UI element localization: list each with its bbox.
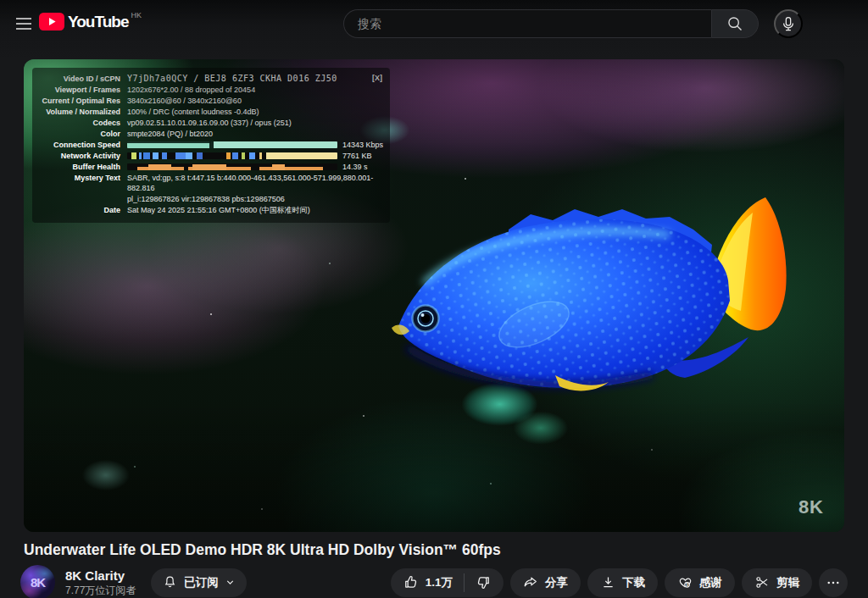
video-title: Underwater Life OLED Demo HDR 8K Ultra H… [24, 540, 844, 559]
share-icon [523, 574, 539, 590]
share-label: 分享 [545, 575, 568, 590]
voice-search-button[interactable] [774, 9, 803, 38]
like-dislike-group: 1.1万 [391, 568, 504, 597]
dislike-button[interactable] [465, 568, 504, 597]
clip-label: 剪辑 [776, 575, 799, 590]
8k-watermark: 8K [798, 496, 824, 518]
download-icon [600, 574, 616, 590]
clip-button[interactable]: 剪辑 [742, 568, 812, 597]
search-input[interactable] [358, 17, 711, 30]
chevron-down-icon [225, 577, 236, 588]
thanks-label: 感谢 [699, 575, 722, 590]
menu-icon[interactable] [14, 14, 34, 34]
search-box[interactable] [343, 9, 711, 38]
youtube-logo-text: YouTube [68, 13, 128, 31]
more-actions-button[interactable] [819, 568, 848, 597]
microphone-icon [780, 15, 797, 32]
thumb-up-icon [403, 574, 420, 590]
thanks-button[interactable]: $ 感谢 [665, 568, 735, 597]
download-label: 下载 [622, 575, 645, 590]
subscribed-button[interactable]: 已订阅 [151, 568, 247, 597]
like-button[interactable]: 1.1万 [391, 568, 464, 597]
video-vignette [24, 59, 844, 532]
channel-info[interactable]: 8K Clarity 7.77万位订阅者 [65, 568, 136, 597]
download-button[interactable]: 下载 [587, 568, 658, 597]
search-group [343, 9, 759, 38]
share-button[interactable]: 分享 [510, 568, 581, 597]
youtube-logo[interactable]: YouTube HK [39, 13, 142, 31]
search-icon [726, 14, 744, 33]
youtube-region-label: HK [131, 11, 142, 19]
more-dots-icon [826, 575, 841, 590]
channel-subscribers: 7.77万位订阅者 [65, 584, 136, 597]
scissors-icon [754, 574, 771, 590]
thumb-down-icon [475, 574, 491, 590]
video-player[interactable]: [X] Video ID / sCPNY7jDh7a0QCY / BEJ8 6Z… [24, 59, 844, 532]
video-meta-row: 8K 8K Clarity 7.77万位订阅者 已订阅 1.1万 分享 下载 [20, 565, 848, 598]
like-count: 1.1万 [426, 575, 453, 590]
top-bar: YouTube HK [0, 0, 868, 47]
search-button[interactable] [711, 9, 759, 38]
channel-name: 8K Clarity [65, 568, 136, 584]
channel-avatar[interactable]: 8K [20, 565, 55, 598]
youtube-play-icon [39, 13, 64, 31]
subscribed-label: 已订阅 [184, 575, 219, 590]
action-buttons: 1.1万 分享 下载 $ 感谢 剪辑 [391, 568, 848, 597]
bell-icon [162, 574, 178, 590]
heart-dollar-icon: $ [677, 574, 693, 590]
